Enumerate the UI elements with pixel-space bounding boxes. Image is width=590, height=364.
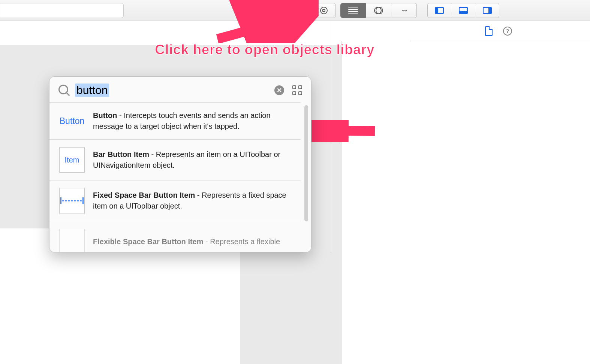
editor-mode-group: ↔ [340, 3, 417, 18]
result-text: Flexible Space Bar Button Item - Represe… [93, 236, 280, 247]
result-text: Bar Button Item - Represents an item on … [93, 149, 292, 171]
button-thumb: Button [60, 116, 85, 126]
open-object-library-button[interactable] [312, 3, 336, 18]
file-inspector-tab[interactable] [485, 26, 493, 36]
toggle-inspector-button[interactable] [475, 3, 499, 18]
object-library-popover: button ✕ Button Button - Intercepts touc… [49, 76, 311, 252]
library-result-row[interactable]: Item Bar Button Item - Represents an ite… [49, 139, 301, 180]
quick-help-tab[interactable]: ? [503, 27, 512, 36]
library-result-row[interactable]: Button Button - Intercepts touch events … [49, 102, 301, 139]
result-text: Button - Intercepts touch events and sen… [93, 110, 292, 132]
flex-space-thumb [59, 229, 85, 252]
panel-right-icon [483, 7, 492, 14]
annotation-callout: Click here to open objects libary [155, 42, 374, 58]
toggle-navigator-button[interactable] [427, 3, 451, 18]
object-library-icon [320, 7, 328, 14]
library-result-row[interactable]: Fixed Space Bar Button Item - Represents… [49, 180, 301, 221]
version-editor-button[interactable]: ↔ [391, 3, 417, 18]
lines-icon [348, 7, 358, 14]
swap-arrows-icon: ↔ [401, 6, 407, 15]
library-results-list[interactable]: Button Button - Intercepts touch events … [49, 102, 311, 252]
panel-toggle-group [427, 3, 499, 18]
fixed-space-thumb [59, 188, 85, 213]
toolbar-search-field[interactable] [0, 3, 124, 18]
panel-left-icon [435, 7, 444, 14]
clear-search-button[interactable]: ✕ [274, 85, 284, 95]
panel-bottom-icon [459, 7, 468, 14]
standard-editor-button[interactable] [340, 3, 366, 18]
scrollbar[interactable] [304, 105, 308, 221]
library-result-row[interactable]: Flexible Space Bar Button Item - Represe… [49, 221, 301, 252]
window-toolbar: ↔ [0, 0, 590, 21]
result-text: Fixed Space Bar Button Item - Represents… [93, 190, 292, 212]
grid-view-toggle[interactable] [292, 85, 302, 95]
library-button-group [312, 3, 336, 18]
inspector-tab-bar: ? [410, 21, 590, 41]
library-search-input[interactable]: button [75, 84, 109, 97]
assistant-editor-button[interactable] [366, 3, 391, 18]
venn-icon [374, 7, 383, 14]
inspector-panel [341, 41, 590, 364]
library-search-bar: button ✕ [49, 77, 311, 102]
bar-button-thumb: Item [59, 147, 85, 173]
toggle-debug-button[interactable] [451, 3, 475, 18]
search-icon [58, 85, 70, 96]
